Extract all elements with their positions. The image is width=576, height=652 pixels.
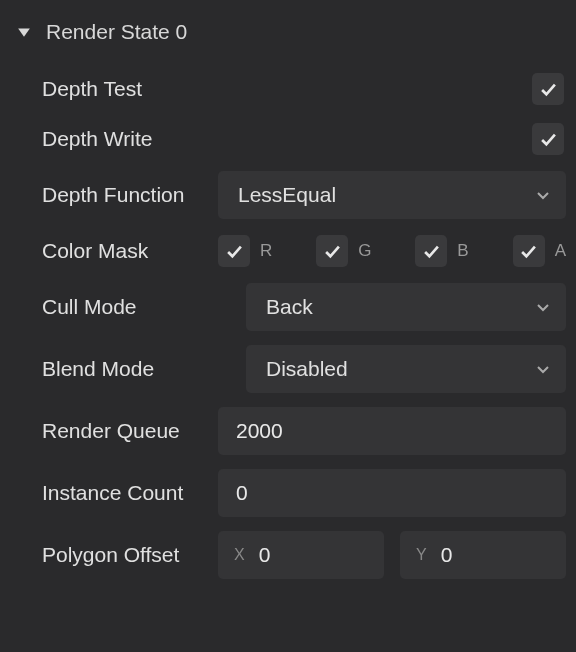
color-mask-r: R: [218, 235, 272, 267]
row-depth-write: Depth Write: [10, 114, 566, 164]
color-mask-a-label: A: [555, 241, 566, 261]
polygon-offset-x-input[interactable]: X 0: [218, 531, 384, 579]
color-mask-g-label: G: [358, 241, 371, 261]
polygon-offset-y-value: 0: [441, 543, 453, 567]
depth-test-checkbox[interactable]: [532, 73, 564, 105]
depth-write-label: Depth Write: [42, 127, 218, 151]
color-mask-r-label: R: [260, 241, 272, 261]
checkmark-icon: [324, 243, 341, 260]
section-title: Render State 0: [46, 20, 187, 44]
instance-count-input[interactable]: 0: [218, 469, 566, 517]
depth-test-label: Depth Test: [42, 77, 218, 101]
checkmark-icon: [520, 243, 537, 260]
depth-function-value: LessEqual: [238, 183, 336, 207]
render-queue-label: Render Queue: [42, 419, 218, 443]
render-queue-value: 2000: [236, 419, 283, 443]
instance-count-label: Instance Count: [42, 481, 218, 505]
color-mask-group: R G B A: [218, 235, 566, 267]
blend-mode-select[interactable]: Disabled: [246, 345, 566, 393]
row-polygon-offset: Polygon Offset X 0 Y 0: [10, 524, 566, 586]
chevron-down-icon: [536, 188, 550, 202]
polygon-offset-group: X 0 Y 0: [218, 531, 566, 579]
checkmark-icon: [540, 81, 557, 98]
color-mask-b: B: [415, 235, 468, 267]
checkmark-icon: [540, 131, 557, 148]
cull-mode-value: Back: [266, 295, 313, 319]
color-mask-a: A: [513, 235, 566, 267]
polygon-offset-label: Polygon Offset: [42, 543, 218, 567]
row-depth-test: Depth Test: [10, 64, 566, 114]
row-instance-count: Instance Count 0: [10, 462, 566, 524]
polygon-offset-y-prefix: Y: [416, 546, 427, 564]
render-queue-input[interactable]: 2000: [218, 407, 566, 455]
color-mask-b-checkbox[interactable]: [415, 235, 447, 267]
checkmark-icon: [226, 243, 243, 260]
row-cull-mode: Cull Mode Back: [10, 276, 566, 338]
color-mask-g: G: [316, 235, 371, 267]
row-render-queue: Render Queue 2000: [10, 400, 566, 462]
blend-mode-label: Blend Mode: [42, 357, 246, 381]
color-mask-b-label: B: [457, 241, 468, 261]
color-mask-g-checkbox[interactable]: [316, 235, 348, 267]
chevron-down-icon: [536, 300, 550, 314]
depth-write-checkbox[interactable]: [532, 123, 564, 155]
depth-function-label: Depth Function: [42, 183, 218, 207]
blend-mode-value: Disabled: [266, 357, 348, 381]
color-mask-label: Color Mask: [42, 239, 218, 263]
instance-count-value: 0: [236, 481, 248, 505]
cull-mode-select[interactable]: Back: [246, 283, 566, 331]
color-mask-a-checkbox[interactable]: [513, 235, 545, 267]
cull-mode-label: Cull Mode: [42, 295, 246, 319]
color-mask-r-checkbox[interactable]: [218, 235, 250, 267]
depth-function-select[interactable]: LessEqual: [218, 171, 566, 219]
checkmark-icon: [423, 243, 440, 260]
render-state-panel: Render State 0 Depth Test Depth Write De…: [0, 0, 576, 598]
polygon-offset-x-value: 0: [259, 543, 271, 567]
row-color-mask: Color Mask R G: [10, 226, 566, 276]
row-blend-mode: Blend Mode Disabled: [10, 338, 566, 400]
row-depth-function: Depth Function LessEqual: [10, 164, 566, 226]
section-header[interactable]: Render State 0: [10, 12, 566, 64]
polygon-offset-y-input[interactable]: Y 0: [400, 531, 566, 579]
polygon-offset-x-prefix: X: [234, 546, 245, 564]
chevron-down-icon: [536, 362, 550, 376]
chevron-down-icon: [16, 24, 32, 40]
